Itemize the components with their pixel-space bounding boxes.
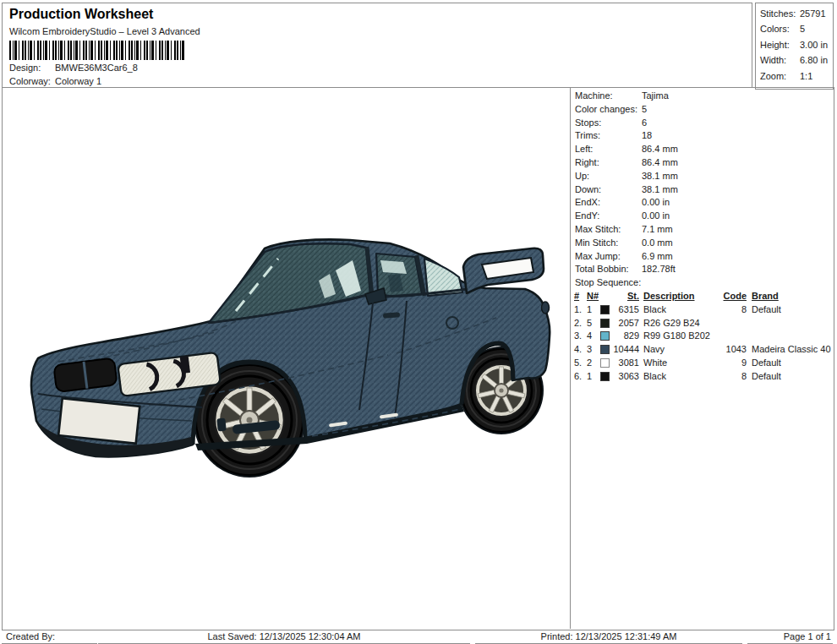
colorway-value: Colorway 1 <box>55 76 101 86</box>
design-row: Design:BMWE36M3Car6_8 <box>9 63 138 73</box>
page-title: Production Worksheet <box>9 7 153 22</box>
design-value: BMWE36M3Car6_8 <box>55 63 138 73</box>
stop-sequence-label: Stop Sequence: <box>571 276 834 290</box>
detail-row: Max Stitch:7.1 mm <box>571 223 834 237</box>
barcode-icon <box>9 41 186 60</box>
detail-row: Up:38.1 mm <box>571 170 834 183</box>
footer-created-by: Created By: <box>2 630 97 644</box>
table-header-row: # N# St. Description Code Brand <box>574 290 834 303</box>
license-plate <box>58 398 140 443</box>
detail-row: Max Jump:6.9 mm <box>571 250 834 264</box>
design-canvas <box>3 88 571 629</box>
detail-row: EndY:0.00 in <box>571 210 834 223</box>
footer-page-number: Page 1 of 1 <box>747 630 833 644</box>
summary-height: Height:3.00 in <box>756 37 833 52</box>
tail-marker <box>542 302 550 314</box>
door-window-highlight <box>380 260 407 274</box>
table-row: 2.52057R26 G29 B24 <box>574 317 834 330</box>
colorway-label: Colorway: <box>9 76 55 86</box>
thread-swatch <box>600 372 610 381</box>
detail-row: Color changes:5 <box>571 103 834 117</box>
thread-swatch <box>600 319 610 328</box>
details-panel: Machine:Tajima Color changes:5 Stops:6 T… <box>570 88 834 629</box>
summary-stitches: Stitches:25791 <box>756 6 833 21</box>
detail-row: Machine:Tajima <box>571 90 834 103</box>
colorway-row: Colorway:Colorway 1 <box>9 76 101 86</box>
app-name: Wilcom EmbroideryStudio – Level 3 Advanc… <box>9 26 200 36</box>
detail-row: Trims:18 <box>571 129 834 143</box>
detail-row: Down:38.1 mm <box>571 183 834 197</box>
detail-row: Total Bobbin:182.78ft <box>571 263 834 276</box>
bumper-intake-small <box>216 418 227 432</box>
thread-swatch <box>600 345 610 354</box>
detail-row: Min Stitch:0.0 mm <box>571 237 834 250</box>
car-embroidery-artwork <box>25 235 561 483</box>
stop-sequence-table: # N# St. Description Code Brand 1.16315B… <box>574 290 834 384</box>
detail-row: Right:86.4 mm <box>571 156 834 170</box>
table-row: 5.23081White9Default <box>574 357 834 370</box>
detail-row: Left:86.4 mm <box>571 143 834 156</box>
table-row: 6.13063Black8Default <box>574 370 834 384</box>
summary-box: Stitches:25791 Colors:5 Height:3.00 in W… <box>755 3 834 90</box>
summary-zoom: Zoom:1:1 <box>756 68 833 84</box>
thread-swatch <box>600 305 610 314</box>
table-row: 4.310444Navy1043Madeira Classic 40 <box>574 343 834 357</box>
summary-colors: Colors:5 <box>756 21 833 36</box>
spoiler-wing <box>463 248 544 293</box>
detail-row: EndX:0.00 in <box>571 196 834 210</box>
table-row: 1.16315Black8Default <box>574 303 834 317</box>
machine-details: Machine:Tajima Color changes:5 Stops:6 T… <box>571 88 834 276</box>
table-row: 3.4829R99 G180 B202 <box>574 330 834 343</box>
footer-printed: Printed: 12/13/2025 12:31:49 AM <box>475 630 742 644</box>
header: Production Worksheet Wilcom EmbroiderySt… <box>2 3 752 88</box>
footer-last-saved: Last Saved: 12/13/2025 12:30:04 AM <box>98 630 470 644</box>
thread-swatch <box>600 331 610 341</box>
design-label: Design: <box>9 63 55 73</box>
thread-swatch <box>600 358 610 368</box>
detail-row: Stops:6 <box>571 117 834 130</box>
summary-width: Width:6.80 in <box>756 52 833 68</box>
main-area: Machine:Tajima Color changes:5 Stops:6 T… <box>2 87 834 630</box>
